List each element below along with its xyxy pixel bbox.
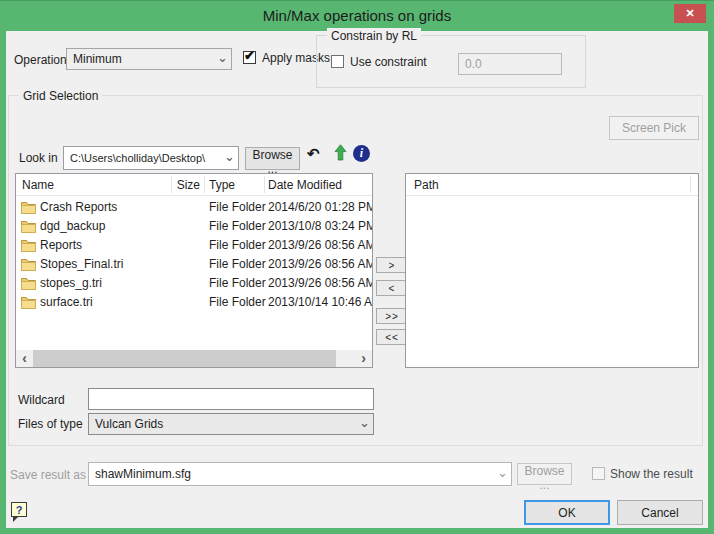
transfer-add-button[interactable]: > [376, 257, 408, 273]
file-type: File Folder [209, 274, 267, 293]
folder-icon [21, 277, 36, 290]
folder-icon [21, 220, 36, 233]
look-in-value: C:\Users\cholliday\Desktop\ [70, 147, 220, 169]
file-type: File Folder [209, 255, 267, 274]
column-header-type[interactable]: Type [209, 174, 263, 196]
check-icon: ✔ [244, 48, 255, 63]
file-type: File Folder [209, 198, 267, 217]
info-icon[interactable]: i [353, 145, 370, 162]
folder-icon [21, 239, 36, 252]
folder-icon [21, 296, 36, 309]
constrain-group-label: Constrain by RL [327, 28, 421, 44]
save-result-value: shawMinimum.sfg [95, 463, 493, 485]
save-result-label: Save result as [10, 467, 86, 483]
table-row[interactable]: Reports File Folder 2013/9/26 08:56 AM [16, 236, 372, 255]
browse-button[interactable]: Browse ... [245, 147, 300, 170]
save-result-combobox[interactable]: shawMinimum.sfg ⌄ [88, 462, 512, 486]
file-date: 2013/9/26 08:56 AM [268, 255, 372, 274]
file-date: 2013/9/26 08:56 AM [268, 236, 372, 255]
files-of-type-label: Files of type [18, 416, 83, 432]
help-icon[interactable]: ? [11, 502, 27, 517]
dialog-window: Min/Max operations on grids ✕ Operation … [0, 0, 714, 534]
file-date: 2013/10/14 10:46 AM [268, 293, 372, 312]
file-type: File Folder [209, 217, 267, 236]
wildcard-label: Wildcard [18, 392, 65, 408]
up-arrow-icon[interactable] [334, 144, 347, 164]
column-header-path[interactable]: Path [414, 174, 614, 196]
column-header-name[interactable]: Name [22, 174, 167, 196]
file-name: surface.tri [40, 293, 170, 312]
file-type: File Folder [209, 293, 267, 312]
transfer-remove-button[interactable]: < [376, 280, 408, 296]
scroll-left-arrow-icon[interactable]: ‹ [16, 350, 33, 367]
close-button[interactable]: ✕ [674, 4, 706, 23]
undo-icon[interactable]: ↶ [307, 145, 320, 163]
title-bar: Min/Max operations on grids ✕ [0, 0, 714, 31]
constrain-group: Constrain by RL Use constraint 0.0 [316, 35, 586, 88]
operation-label: Operation [14, 52, 67, 68]
file-date: 2013/9/26 08:56 AM [268, 274, 372, 293]
page-title: Min/Max operations on grids [0, 7, 714, 24]
folder-icon [21, 258, 36, 271]
chevron-down-icon: ⌄ [224, 152, 234, 162]
chevron-down-icon: ⌄ [217, 53, 227, 63]
use-constraint-label: Use constraint [350, 54, 427, 70]
save-browse-button[interactable]: Browse ... [517, 463, 572, 485]
screen-pick-button[interactable]: Screen Pick [609, 116, 699, 140]
chevron-down-icon: ⌄ [359, 418, 369, 428]
file-name: dgd_backup [40, 217, 170, 236]
table-row[interactable]: Crash Reports File Folder 2014/6/20 01:2… [16, 198, 372, 217]
transfer-add-all-button[interactable]: >> [376, 308, 408, 324]
column-header-date[interactable]: Date Modified [268, 174, 372, 196]
file-name: Stopes_Final.tri [40, 255, 170, 274]
path-list-header: Path [406, 174, 698, 196]
column-header-size[interactable]: Size [172, 174, 200, 196]
folder-icon [21, 201, 36, 214]
rl-value-field[interactable]: 0.0 [458, 53, 562, 75]
table-row[interactable]: surface.tri File Folder 2013/10/14 10:46… [16, 293, 372, 312]
grid-selection-label: Grid Selection [19, 88, 102, 104]
path-list[interactable]: Path [405, 173, 699, 368]
apply-masks-checkbox[interactable]: ✔ [243, 51, 256, 64]
scroll-right-arrow-icon[interactable]: › [355, 350, 372, 367]
operation-select[interactable]: Minimum ⌄ [66, 48, 232, 70]
transfer-remove-all-button[interactable]: << [376, 329, 408, 345]
use-constraint-checkbox[interactable] [331, 55, 344, 68]
file-name: Crash Reports [40, 198, 170, 217]
ok-button[interactable]: OK [524, 500, 610, 525]
file-date: 2013/10/8 03:24 PM [268, 217, 372, 236]
file-date: 2014/6/20 01:28 PM [268, 198, 372, 217]
files-of-type-value: Vulcan Grids [95, 414, 355, 434]
table-row[interactable]: Stopes_Final.tri File Folder 2013/9/26 0… [16, 255, 372, 274]
close-icon: ✕ [685, 7, 694, 19]
show-result-checkbox[interactable] [592, 467, 605, 480]
file-list[interactable]: Name Size Type Date Modified Crash Repor… [15, 173, 373, 368]
operation-value: Minimum [73, 49, 213, 69]
cancel-button[interactable]: Cancel [617, 500, 703, 525]
table-row[interactable]: dgd_backup File Folder 2013/10/8 03:24 P… [16, 217, 372, 236]
wildcard-input[interactable] [88, 388, 374, 410]
table-row[interactable]: stopes_g.tri File Folder 2013/9/26 08:56… [16, 274, 372, 293]
look-in-combobox[interactable]: C:\Users\cholliday\Desktop\ ⌄ [63, 146, 239, 170]
horizontal-scrollbar[interactable]: ‹ › [16, 350, 372, 367]
scroll-thumb[interactable] [33, 350, 336, 367]
file-name: stopes_g.tri [40, 274, 170, 293]
file-name: Reports [40, 236, 170, 255]
dialog-body: Operation Minimum ⌄ ✔ Apply masks Constr… [6, 31, 708, 528]
file-type: File Folder [209, 236, 267, 255]
show-result-label: Show the result [610, 466, 693, 482]
file-list-header: Name Size Type Date Modified [16, 174, 372, 196]
chevron-down-icon: ⌄ [497, 468, 507, 478]
files-of-type-select[interactable]: Vulcan Grids ⌄ [88, 413, 374, 435]
look-in-label: Look in [19, 150, 58, 166]
